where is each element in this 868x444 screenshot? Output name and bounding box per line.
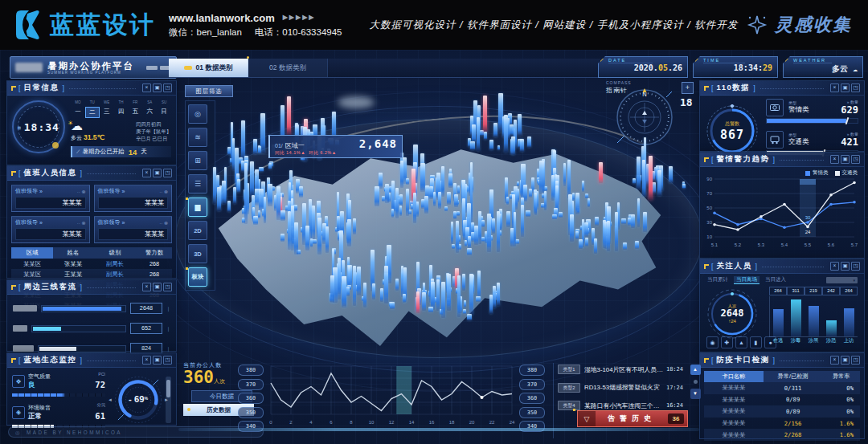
panel-expand-icon[interactable]: ◳ [851, 84, 860, 92]
table-row[interactable]: 某某某某2/2681.6% [704, 429, 860, 441]
duty-card-close-icon[interactable]: ·· ⊗ [159, 220, 168, 226]
weekday-cn[interactable]: 五 [128, 107, 142, 118]
alert-row[interactable]: 类型2RD13-53烟感报警疑似火灾17:24 [558, 381, 701, 394]
panel-window-icon[interactable]: ▣ [153, 84, 162, 92]
table-row[interactable]: 某某某某0/3110% [704, 382, 860, 394]
alarm-type-name: 警情类 [788, 105, 809, 115]
layer-button-板块[interactable]: 板块 [188, 267, 207, 287]
panel-window-icon[interactable]: ▣ [841, 262, 850, 271]
panel-expand-icon[interactable]: ◳ [851, 262, 860, 271]
radar-icon[interactable]: ≋ [188, 128, 207, 147]
brand-logo-wrap: 蓝蓝设计 [11, 9, 156, 42]
svg-text:10: 10 [369, 420, 375, 425]
flag-icon[interactable]: ▲ [735, 336, 747, 348]
panel-window-icon[interactable]: ▣ [841, 84, 850, 92]
panel-window-icon[interactable]: ▣ [153, 356, 162, 365]
duty-card-label: 值班领导 [15, 218, 38, 226]
panel-expand-icon[interactable]: ◳ [163, 356, 172, 365]
tab-data-1[interactable]: 01 数据类别 [169, 59, 248, 77]
panel-close-icon[interactable]: × [830, 262, 839, 271]
panel-close-icon[interactable]: × [830, 155, 839, 164]
duty-card-close-icon[interactable]: ·· ⊗ [159, 189, 168, 194]
weekday-cn[interactable]: 二 [85, 107, 100, 118]
table-row[interactable]: 某某区王某某副局长268 [11, 269, 172, 279]
yaxis-tick: 380 [519, 365, 545, 376]
duty-card-close-icon[interactable]: ·· ⊗ [77, 189, 86, 194]
yaxis-right: 380370360350340 [519, 365, 543, 435]
weekday-cn[interactable]: 四 [114, 107, 129, 118]
panel-close-icon[interactable]: × [142, 169, 151, 177]
panel-expand-icon[interactable]: ◳ [851, 356, 860, 365]
weekday-cn[interactable]: 三 [100, 107, 114, 118]
panel-expand-icon[interactable]: ◳ [163, 283, 172, 291]
panel-expand-icon[interactable]: ◳ [163, 169, 172, 177]
duty-card-value: 某某某 [98, 228, 169, 240]
vehicle-icon[interactable]: ● [764, 336, 776, 348]
checkpoint-rate: 1.6% [822, 420, 860, 427]
table-row[interactable]: 某某某某2/1561.6% [704, 418, 860, 430]
panel-window-icon[interactable]: ▣ [841, 356, 850, 365]
panel-window-icon[interactable]: ▣ [841, 155, 850, 164]
panel-expand-icon[interactable]: ◳ [851, 155, 860, 164]
focus-category-label: 涉黑 [809, 337, 819, 344]
weekday-cn[interactable]: 日 [157, 107, 171, 118]
battery-icon[interactable]: ▮ [750, 336, 762, 348]
weekday-cn[interactable]: 六 [142, 107, 157, 118]
panel-close-icon[interactable]: × [830, 84, 839, 92]
scroll-down-button[interactable]: ▼ [690, 389, 701, 399]
compass-icon[interactable]: N [612, 84, 677, 148]
panel-close-icon[interactable]: × [142, 283, 151, 291]
tab-label: 01 数据类别 [196, 63, 233, 73]
duty-card-label: 值班领导 [15, 187, 38, 195]
alarm-history-banner[interactable]: ▽ 告警历史 36 [577, 410, 688, 427]
weather-cloud-icon: ☀☁ 多云31.5℃ [71, 120, 104, 144]
duty-card-label: 值班领导 [98, 187, 121, 195]
gauge-scrollbar[interactable] [166, 377, 171, 423]
panel-close-icon[interactable]: × [830, 356, 839, 365]
focus-dropdown[interactable]: ▾ [826, 277, 858, 283]
tab-data-2[interactable]: 02 数据类别 [248, 59, 328, 77]
zoom-in-button[interactable]: + [682, 82, 694, 94]
focus-bar [826, 320, 837, 336]
office-flow-chart: 024681012141618202224 [266, 363, 517, 430]
panel-window-icon[interactable]: ▣ [153, 283, 162, 291]
layer-button-3D[interactable]: 3D [188, 244, 207, 263]
list-icon[interactable]: ☰ [188, 174, 207, 193]
table-row[interactable]: 某某区张某某副局长268 [11, 259, 172, 269]
panel-expand-icon[interactable]: ◳ [163, 84, 172, 92]
panel-close-icon[interactable]: × [142, 84, 151, 92]
bar-chart-icon[interactable]: ▆ [188, 198, 207, 217]
duty-cell: 268 [137, 271, 172, 278]
location-icon[interactable]: ◎ [188, 104, 207, 124]
scroll-up-button[interactable]: ▲ [690, 365, 701, 375]
panel-close-icon[interactable]: × [142, 356, 151, 365]
bottom-strip[interactable] [178, 428, 699, 431]
alarm-row-meta: 类型警情类 [788, 100, 809, 115]
svg-text:70: 70 [706, 191, 712, 196]
table-row[interactable]: 某某某某0/890% [704, 394, 860, 406]
panel-window-icon[interactable]: ▣ [153, 169, 162, 177]
duty-cell: 268 [137, 260, 172, 267]
duty-cell: 张某某 [53, 260, 93, 268]
layer-button-2D[interactable]: 2D [188, 221, 207, 240]
tool-icon[interactable]: ✚ [721, 336, 733, 348]
duty-card-close-icon[interactable]: ·· ⊗ [77, 220, 86, 226]
inspiration-collect[interactable]: 灵感收集 [747, 13, 852, 37]
focus-tab[interactable]: 当日进入 [765, 276, 786, 284]
weekday-cn[interactable]: 一 [71, 107, 85, 118]
duty-card: 值班领导»·· ⊗某某某 [11, 185, 90, 212]
svg-text:16: 16 [429, 420, 435, 425]
checkpoint-value: 2/156 [764, 420, 823, 427]
cluster-icon[interactable]: ⊞ [188, 151, 207, 170]
weekday-en: SU [157, 100, 171, 104]
tooltip-trend: 同比 14.1%▲ 环比 6.2%▲ [275, 150, 397, 156]
focus-bar [791, 299, 801, 336]
brand-website[interactable]: www.lanlanwork.com [169, 10, 275, 26]
alert-row[interactable]: 类型1湿地3-104片区有不明人员闯入18:24 [558, 363, 701, 376]
gauge-value-text: - 69 [129, 394, 144, 404]
focus-tab[interactable]: 当日累计 [707, 276, 728, 284]
focus-tab[interactable]: 当日离场 [734, 276, 760, 284]
table-row[interactable]: 某某某某0/890% [704, 405, 860, 418]
eco-metric-head: ◈环境噪音正常分贝61 [12, 402, 105, 422]
person-icon[interactable]: ◉ [706, 336, 719, 348]
